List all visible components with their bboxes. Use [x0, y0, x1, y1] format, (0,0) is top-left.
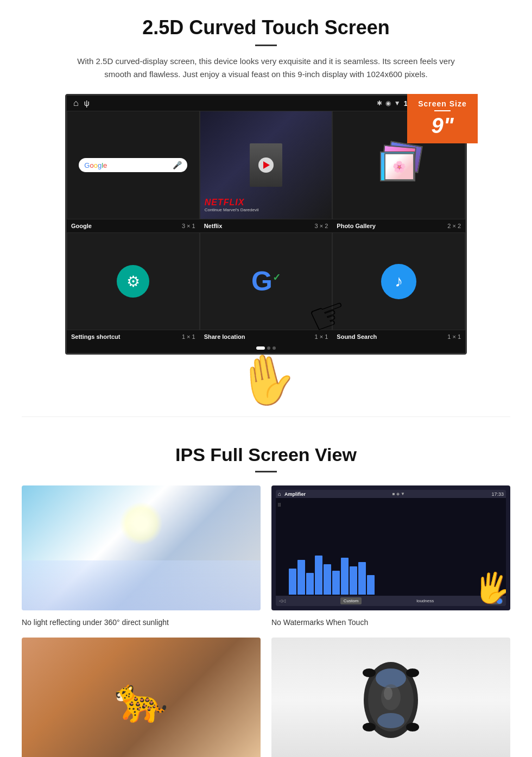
- gallery-photo-3: 🌸: [380, 152, 415, 181]
- play-button[interactable]: [258, 157, 274, 173]
- gallery-stack: 🌸: [377, 143, 421, 187]
- wifi-icon: ▼: [394, 99, 401, 107]
- sunlight-rays: [119, 502, 163, 545]
- section1-title: 2.5D Curved Touch Screen: [33, 16, 499, 39]
- netflix-app-size: 3 × 2: [315, 223, 328, 229]
- play-triangle: [263, 161, 270, 169]
- features-grid: No light reflecting under 360° direct su…: [22, 485, 510, 757]
- status-left-icons: ⌂ ψ: [73, 98, 90, 108]
- svg-point-4: [363, 668, 376, 677]
- amplifier-image: ⌂ Amplifier ■ ◈ ▼ 17:33 |||: [271, 485, 510, 610]
- netflix-app-cell[interactable]: NETFLIX Continue Marvel's Daredevil: [200, 111, 333, 219]
- device-screen: ⌂ ψ ✱ ◉ ▼ 15:06 ⊡ ◁) ⊠ ▭: [65, 94, 467, 355]
- share-app-name: Share location: [204, 333, 245, 340]
- eq-bar-8: [350, 566, 357, 595]
- screen-size-badge: Screen Size 9": [407, 94, 478, 143]
- share-label-cell: Share location 1 × 1: [200, 332, 333, 341]
- usb-icon: ψ: [84, 99, 90, 108]
- google-app-size: 3 × 1: [182, 223, 195, 229]
- settings-label-cell: Settings shortcut 1 × 1: [67, 332, 200, 341]
- svg-point-3: [377, 713, 404, 728]
- car-image: [271, 638, 510, 757]
- sunlight-image: [22, 485, 261, 610]
- eq-bar-7: [341, 558, 349, 595]
- app-grid-row2: ⚙ G✓ ☞ ♪: [67, 232, 465, 330]
- section2-divider: [255, 471, 277, 472]
- sound-app-size: 1 × 1: [447, 333, 461, 340]
- section-curved-touch: 2.5D Curved Touch Screen With 2.5D curve…: [0, 0, 532, 400]
- settings-icon-circle: ⚙: [117, 265, 149, 298]
- settings-app-name: Settings shortcut: [71, 333, 120, 340]
- eq-bar-9: [358, 562, 366, 595]
- maps-icon: G✓: [251, 268, 281, 295]
- hand-container: ✋: [33, 357, 499, 389]
- bluetooth-icon: ✱: [377, 99, 382, 107]
- google-label-cell: Google 3 × 1: [67, 222, 200, 230]
- home-icon: ⌂: [73, 98, 79, 108]
- amp-title: Amplifier: [284, 491, 306, 497]
- amp-home-icon: ⌂: [278, 491, 281, 497]
- google-app-name: Google: [71, 223, 92, 229]
- feature-car: Large Viewing Angle: [271, 638, 510, 757]
- section-ips: IPS Full Screen View No light reflecting…: [0, 433, 532, 757]
- eq-bar-3: [306, 573, 314, 595]
- feature-cheetah: 🐆 Super Fast Response: [22, 638, 261, 757]
- amp-hand-icon: 🖐: [471, 567, 506, 606]
- amp-bars: [278, 551, 504, 595]
- netflix-logo-text: NETFLIX: [205, 198, 259, 207]
- feature-amplifier: ⌂ Amplifier ■ ◈ ▼ 17:33 |||: [271, 485, 510, 627]
- flower-icon: 🌸: [392, 160, 406, 173]
- amplifier-caption: No Watermarks When Touch: [271, 618, 510, 627]
- section-divider: [22, 417, 510, 417]
- amp-header: ⌂ Amplifier ■ ◈ ▼ 17:33: [276, 490, 506, 498]
- location-icon: ◉: [385, 99, 391, 107]
- netflix-overlay-label: NETFLIX Continue Marvel's Daredevil: [205, 198, 259, 212]
- amp-time: 17:33: [491, 491, 504, 497]
- amp-back-icon: ◁◁: [279, 598, 286, 603]
- badge-divider: [434, 110, 451, 111]
- google-app-cell[interactable]: Google 🎤: [67, 111, 200, 219]
- netflix-app-name: Netflix: [204, 223, 223, 229]
- music-note-icon: ♪: [395, 272, 403, 291]
- netflix-sub-text: Continue Marvel's Daredevil: [205, 207, 259, 212]
- dot-2: [267, 346, 270, 350]
- feature-sunlight: No light reflecting under 360° direct su…: [22, 485, 261, 627]
- status-bar: ⌂ ψ ✱ ◉ ▼ 15:06 ⊡ ◁) ⊠ ▭: [67, 96, 465, 111]
- eq-bar-4: [315, 556, 322, 595]
- gallery-label-cell: Photo Gallery 2 × 2: [332, 222, 465, 230]
- amp-eq-area: |||: [276, 500, 506, 595]
- netflix-label-cell: Netflix 3 × 2: [200, 222, 333, 230]
- sound-search-cell[interactable]: ♪: [332, 232, 465, 330]
- settings-app-cell[interactable]: ⚙: [67, 232, 200, 330]
- badge-title: Screen Size: [417, 99, 468, 108]
- gallery-app-name: Photo Gallery: [337, 223, 376, 229]
- section1-divider: [255, 45, 277, 46]
- google-search-bar[interactable]: Google 🎤: [79, 158, 187, 172]
- amp-loudness-label: loudness: [416, 598, 434, 603]
- section1-description: With 2.5D curved-display screen, this de…: [76, 55, 456, 81]
- svg-point-5: [406, 668, 419, 677]
- app-labels-row1: Google 3 × 1 Netflix 3 × 2 Photo Gallery…: [67, 219, 465, 232]
- mic-icon: 🎤: [173, 161, 182, 169]
- amp-icons: ■ ◈ ▼: [392, 491, 405, 496]
- badge-size: 9": [417, 113, 468, 138]
- gallery-app-size: 2 × 2: [447, 223, 461, 229]
- car-svg: [337, 657, 445, 743]
- device-mockup: Screen Size 9" ⌂ ψ ✱ ◉ ▼ 15:06 ⊡ ◁) ⊠: [60, 94, 472, 355]
- amp-custom-btn[interactable]: Custom: [340, 597, 362, 604]
- svg-point-6: [363, 723, 376, 731]
- amp-settings-icon: |||: [278, 502, 281, 506]
- sunlight-caption: No light reflecting under 360° direct su…: [22, 618, 261, 627]
- eq-bar-1: [289, 569, 296, 595]
- app-grid-row1: Google 🎤 NETFLIX Continu: [67, 111, 465, 219]
- share-location-cell[interactable]: G✓ ☞: [200, 232, 333, 330]
- section2-title: IPS Full Screen View: [22, 444, 510, 465]
- google-logo: Google: [84, 161, 107, 169]
- svg-point-9: [384, 687, 392, 700]
- dot-1: [256, 346, 265, 350]
- eq-bar-5: [324, 564, 331, 595]
- svg-point-7: [406, 723, 419, 731]
- sound-label-cell: Sound Search 1 × 1: [332, 332, 465, 341]
- sound-circle: ♪: [381, 264, 416, 299]
- app-labels-row2: Settings shortcut 1 × 1 Share location 1…: [67, 330, 465, 343]
